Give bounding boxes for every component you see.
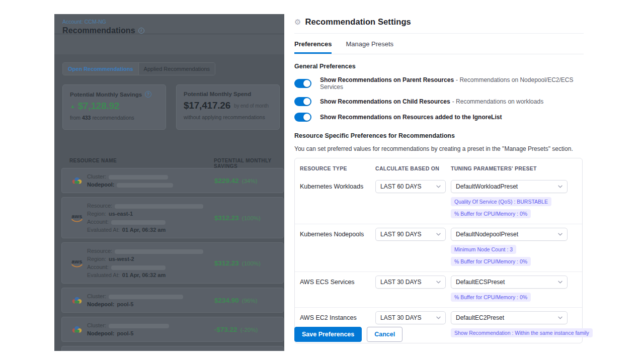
chevron-down-icon xyxy=(436,185,441,188)
drawer-header: ⚙ Recommendation Settings xyxy=(294,0,584,34)
preset-badges: Quality Of Service (QoS) : BURSTABLE% Bu… xyxy=(451,197,582,218)
resource-preferences-description: You can set preferred values for recomme… xyxy=(294,145,584,152)
toggle-label: Show Recommendations on Resources added … xyxy=(320,114,502,121)
recommendation-settings-drawer: ⚙ Recommendation Settings Preferences Ma… xyxy=(284,0,594,362)
redacted-text xyxy=(117,183,173,188)
toggle-switch[interactable] xyxy=(294,113,311,122)
chevron-down-icon xyxy=(558,316,562,319)
redacted-text xyxy=(109,295,183,299)
calculate-based-on-select[interactable]: LAST 30 DAYS xyxy=(375,276,446,289)
calculate-based-on-select[interactable]: LAST 90 DAYS xyxy=(375,228,446,241)
resource-type-label: AWS ECS Services xyxy=(300,276,375,302)
toggle-knob xyxy=(303,80,310,87)
info-icon[interactable]: i xyxy=(138,28,144,34)
recommendation-row[interactable]: Cluster:Nodepool:$229.42(34%) xyxy=(61,168,284,193)
column-calculate-based-on: CALCULATE BASED ON xyxy=(375,165,451,171)
savings-cell: $312.23(100%) xyxy=(214,213,261,222)
resource-detail-line: Nodepool:pool-5 xyxy=(87,300,183,308)
recommendation-row[interactable]: awsResource:Region:us-east-1Account:Eval… xyxy=(61,197,284,238)
gcp-icon xyxy=(71,325,83,334)
savings-cell: -$73.22(-20%) xyxy=(214,325,258,334)
gcp-icon xyxy=(71,176,83,185)
save-preferences-button[interactable]: Save Preferences xyxy=(294,327,362,342)
page-body: Open Recommendations Applied Recommendat… xyxy=(54,54,286,351)
preset-badges: Minimum Node Count : 3% Buffer for CPU/M… xyxy=(451,245,582,266)
preset-badge: % Buffer for CPU/Memory : 0% xyxy=(451,293,531,302)
savings-cell: $312.23(100%) xyxy=(214,258,261,267)
resource-detail-line: Resource: xyxy=(87,202,203,210)
resource-detail-line: Account: xyxy=(87,263,203,271)
tab-open-recommendations[interactable]: Open Recommendations xyxy=(63,63,139,75)
preset-badge: Show Recommendation : Within the same in… xyxy=(451,328,593,337)
savings-cell: $229.42(34%) xyxy=(214,176,258,185)
savings-cell: $234.90(96%) xyxy=(214,296,258,305)
chevron-down-icon xyxy=(558,185,562,188)
resource-detail-line: Nodepool: xyxy=(87,180,173,189)
selected-value: LAST 60 DAYS xyxy=(380,183,422,190)
toggle-knob xyxy=(303,98,310,105)
savings-count: 433 xyxy=(82,115,91,121)
toggle-switch[interactable] xyxy=(294,97,311,106)
preference-row: AWS ECS ServicesLAST 30 DAYSDefaultECSPr… xyxy=(295,272,582,307)
calculate-based-on-select[interactable]: LAST 30 DAYS xyxy=(375,311,446,324)
recommendation-row[interactable]: Cluster:Nodepool:pool-5-$73.22(-20%) xyxy=(61,317,284,342)
selected-value: DefaultWorkloadPreset xyxy=(456,183,518,190)
chevron-down-icon xyxy=(558,281,562,284)
spend-card-title: Potential Monthly Spend xyxy=(184,91,251,97)
tab-preferences[interactable]: Preferences xyxy=(294,40,332,54)
resource-detail-line: Evaluated At:01 Apr, 06:32 am xyxy=(87,226,203,234)
tuning-preset-select[interactable]: DefaultECSPreset xyxy=(451,276,568,289)
column-tuning-parameters-preset: TUNING PARAMETERS' PRESET xyxy=(451,165,582,171)
resource-type-label: Kubernetes Workloads xyxy=(300,180,375,218)
column-resource-name: RESOURCE NAME xyxy=(69,158,117,163)
recommendation-row[interactable]: Cluster:Nodepool:pool-5$234.90(96%) xyxy=(61,288,284,313)
resource-details: Resource:Region:us-west-2Account:Evaluat… xyxy=(87,247,203,279)
savings-subtitle: from 433 recommendations xyxy=(70,115,158,121)
savings-percent: (100%) xyxy=(242,215,261,221)
savings-amount: $312.23 xyxy=(214,259,239,267)
savings-percent: (100%) xyxy=(242,260,261,266)
resource-detail-line: Region:us-east-1 xyxy=(87,210,203,218)
help-icon[interactable]: ? xyxy=(145,91,151,98)
tab-manage-presets[interactable]: Manage Presets xyxy=(346,40,393,54)
resource-details: Cluster:Nodepool:pool-5 xyxy=(87,292,183,308)
resource-details: Cluster:Nodepool: xyxy=(87,172,173,189)
preset-badge: % Buffer for CPU/Memory : 0% xyxy=(451,209,531,218)
tab-applied-recommendations[interactable]: Applied Recommendations xyxy=(139,63,215,75)
savings-percent: (96%) xyxy=(242,298,258,304)
gear-icon: ⚙ xyxy=(294,18,301,26)
recommendation-row[interactable]: awsResource:Region:us-west-2Account:Eval… xyxy=(61,242,284,284)
resource-details: Cluster:Nodepool:pool-5 xyxy=(87,321,169,337)
preset-badge: Quality Of Service (QoS) : BURSTABLE xyxy=(451,197,551,206)
preferences-table-body: Kubernetes WorkloadsLAST 60 DAYSDefaultW… xyxy=(295,176,582,343)
resource-preferences-table: RESOURCE TYPE CALCULATE BASED ON TUNING … xyxy=(294,158,583,343)
recommendations-list: Cluster:Nodepool:$229.42(34%)awsResource… xyxy=(61,168,284,351)
spend-value: $17,417.26 xyxy=(184,100,230,111)
preset-badges: Show Recommendation : Within the same in… xyxy=(451,328,593,337)
resource-detail-line: Nodepool:pool-5 xyxy=(87,329,169,337)
toggle-label: Show Recommendations on Child Resources-… xyxy=(320,98,543,105)
preference-row: Kubernetes NodepoolsLAST 90 DAYSDefaultN… xyxy=(295,224,582,272)
resource-type-label: Kubernetes Nodepools xyxy=(300,228,375,266)
toggle-switch[interactable] xyxy=(294,79,311,88)
preference-row: Kubernetes WorkloadsLAST 60 DAYSDefaultW… xyxy=(295,176,582,224)
redacted-text xyxy=(111,265,166,270)
toggle-label: Show Recommendations on Parent Resources… xyxy=(320,76,584,90)
selected-value: DefaultEC2Preset xyxy=(456,314,504,321)
chevron-down-icon xyxy=(436,281,441,284)
calculate-based-on-select[interactable]: LAST 60 DAYS xyxy=(375,180,446,193)
cancel-button[interactable]: Cancel xyxy=(367,327,403,342)
redacted-text xyxy=(115,204,203,209)
savings-sub-prefix: from xyxy=(70,115,80,121)
preset-badge: % Buffer for CPU/Memory : 0% xyxy=(451,257,531,266)
selected-value: LAST 30 DAYS xyxy=(380,279,422,286)
savings-amount: $229.42 xyxy=(214,177,239,185)
account-breadcrumb[interactable]: Account: CCM-NG xyxy=(62,19,106,25)
recommendation-row[interactable]: Cluster:cNodepool:pool-5-$73.22(-20%) xyxy=(61,346,284,351)
preference-toggle-row: Show Recommendations on Parent Resources… xyxy=(294,76,584,90)
gcp-icon xyxy=(71,296,83,305)
tuning-preset-select[interactable]: DefaultEC2Preset xyxy=(451,311,568,324)
tuning-preset-select[interactable]: DefaultWorkloadPreset xyxy=(451,180,568,193)
tuning-preset-select[interactable]: DefaultNodepoolPreset xyxy=(451,228,568,241)
chevron-down-icon xyxy=(558,233,562,236)
